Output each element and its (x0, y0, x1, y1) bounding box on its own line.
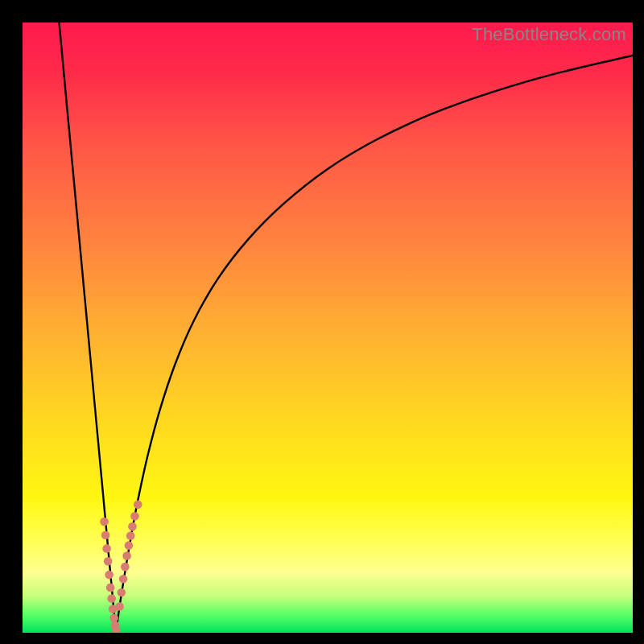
gradient-background (23, 23, 633, 633)
highlight-dot (105, 571, 114, 580)
highlight-dot (130, 512, 139, 521)
watermark-text: TheBottleneck.com (472, 24, 626, 45)
chart-svg (23, 23, 633, 633)
highlight-dot (106, 584, 115, 592)
highlight-dot (126, 531, 135, 540)
highlight-dot (122, 551, 131, 560)
highlight-dot (107, 594, 116, 603)
highlight-dot (128, 522, 137, 531)
highlight-dot (102, 544, 111, 553)
highlight-dot (125, 541, 134, 550)
highlight-dot (109, 614, 118, 623)
highlight-dot (118, 588, 126, 597)
highlight-dot (121, 563, 130, 572)
highlight-dot (134, 501, 142, 510)
frame: TheBottleneck.com (0, 0, 644, 644)
highlight-dot (101, 530, 110, 539)
highlight-dot (104, 557, 113, 566)
highlight-dot (115, 602, 124, 611)
plot-area: TheBottleneck.com (23, 23, 633, 633)
highlight-dot (100, 518, 109, 526)
highlight-dot (119, 575, 128, 584)
